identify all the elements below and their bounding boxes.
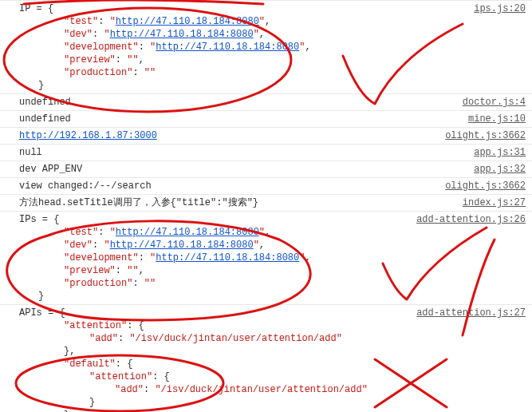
console-row: mine.js:10undefined	[0, 110, 532, 127]
log-text: null	[19, 147, 42, 158]
object-header: IP = {	[19, 3, 53, 14]
object-prop: "development": "http://47.110.18.184:808…	[19, 41, 526, 53]
object-close: },	[19, 345, 526, 358]
source-link[interactable]: app.js:31	[474, 146, 526, 159]
console-row: olight.js:3662http://192.168.1.87:3000	[0, 127, 532, 144]
prop-key: "attention"	[89, 371, 152, 382]
object-prop: "attention": {	[19, 319, 526, 332]
log-text: view changed:/--/search	[19, 180, 152, 192]
object-close: }	[19, 290, 526, 303]
prop-key: "production"	[64, 278, 132, 289]
prop-key: "development"	[64, 252, 139, 263]
prop-val: "/isv/duck/jintan/user/attention/add"	[129, 333, 341, 344]
url-link[interactable]: http://47.110.18.184:8080	[156, 42, 299, 53]
url-link[interactable]: http://47.110.18.184:8080	[110, 240, 254, 251]
source-link[interactable]: index.js:27	[463, 196, 526, 209]
log-text: undefined	[19, 97, 71, 108]
source-link[interactable]: add-attention.js:27	[416, 307, 526, 319]
source-link[interactable]: ips.js:20	[474, 2, 526, 15]
console-row: add-attention.js:27APIs = {"attention": …	[0, 304, 532, 412]
source-link[interactable]: doctor.js:4	[463, 96, 526, 109]
object-prop: "test": "http://47.110.18.184:8080",	[19, 15, 526, 28]
source-link[interactable]: olight.js:3662	[445, 180, 526, 192]
prop-key: "dev"	[64, 240, 93, 251]
source-link[interactable]: add-attention.js:26	[416, 213, 526, 226]
object-header: APIs = {	[19, 307, 65, 319]
prop-key: "preview"	[64, 265, 116, 276]
prop-key: "test"	[64, 227, 98, 238]
object-prop: "dev": "http://47.110.18.184:8080",	[19, 28, 526, 41]
prop-key: "dev"	[64, 29, 93, 40]
source-link[interactable]: mine.js:10	[468, 113, 526, 125]
object-prop: "default": {	[19, 358, 526, 370]
object-prop: "preview": "",	[19, 53, 526, 66]
prop-key: "test"	[64, 16, 98, 27]
console-row: add-attention.js:26IPs = {"test": "http:…	[0, 211, 532, 304]
object-prop: "production": ""	[19, 277, 526, 290]
object-prop: "dev": "http://47.110.18.184:8080",	[19, 239, 526, 252]
log-text: 方法head.setTitle调用了，入参{"title":"搜索"}	[19, 197, 258, 208]
prop-val: ""	[127, 265, 138, 276]
source-link[interactable]: app.js:32	[474, 163, 526, 176]
prop-key: "production"	[64, 67, 132, 78]
console-row: index.js:27方法head.setTitle调用了，入参{"title"…	[0, 194, 532, 211]
prop-key: "default"	[64, 359, 116, 370]
prop-val: ""	[127, 54, 138, 65]
url-link[interactable]: http://192.168.1.87:3000	[19, 130, 157, 141]
object-prop: "add": "/isv/duck/jintan/user/attention/…	[19, 383, 526, 396]
object-prop: "development": "http://47.110.18.184:808…	[19, 252, 526, 264]
object-prop: "preview": "",	[19, 264, 526, 277]
console-row: olight.js:3662view changed:/--/search	[0, 177, 532, 194]
object-header: IPs = {	[19, 214, 59, 225]
prop-key: "attention"	[64, 320, 127, 331]
object-close: }	[19, 409, 526, 412]
log-text: undefined	[19, 113, 71, 125]
object-prop: "attention": {	[19, 370, 526, 383]
console-row: ips.js:20IP = {"test": "http://47.110.18…	[0, 0, 532, 93]
object-close: }	[19, 79, 526, 92]
url-link[interactable]: http://47.110.18.184:8080	[116, 16, 259, 27]
prop-key: "development"	[64, 42, 139, 53]
prop-val: ""	[144, 67, 156, 78]
prop-key: "add"	[89, 333, 118, 344]
prop-key: "add"	[115, 384, 144, 395]
console-log: ips.js:20IP = {"test": "http://47.110.18…	[0, 0, 532, 412]
prop-val: "/isv/duck/jintan/user/attention/add"	[155, 384, 367, 395]
log-text: dev APP_ENV	[19, 164, 82, 175]
source-link[interactable]: olight.js:3662	[445, 129, 526, 142]
console-row: app.js:31null	[0, 144, 532, 160]
object-prop: "production": ""	[19, 66, 526, 79]
object-prop: "test": "http://47.110.18.184:8080",	[19, 226, 526, 239]
prop-key: "preview"	[64, 54, 116, 65]
url-link[interactable]: http://47.110.18.184:8080	[116, 227, 259, 238]
object-close: }	[19, 396, 526, 409]
prop-val: ""	[144, 278, 156, 289]
console-row: app.js:32dev APP_ENV	[0, 160, 532, 177]
console-row: doctor.js:4undefined	[0, 93, 532, 110]
object-prop: "add": "/isv/duck/jintan/user/attention/…	[19, 332, 526, 345]
url-link[interactable]: http://47.110.18.184:8080	[110, 29, 254, 40]
url-link[interactable]: http://47.110.18.184:8080	[156, 252, 299, 263]
